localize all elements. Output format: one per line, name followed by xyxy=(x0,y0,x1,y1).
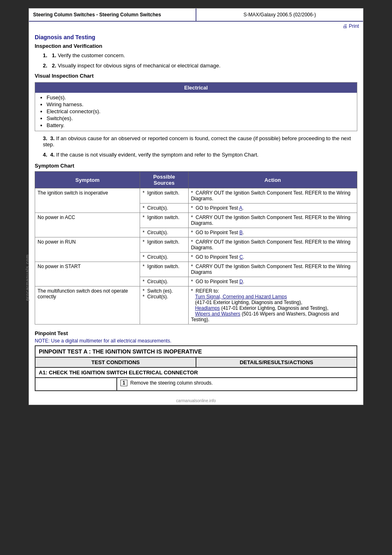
step-4-text: 4. 4. If the cause is not visually evide… xyxy=(43,152,258,158)
symptom-cell-1: The ignition switch is inoperative xyxy=(35,188,140,213)
source-cell-1a: * Ignition switch. xyxy=(140,188,188,204)
elec-item-4: Switch(es). xyxy=(47,115,354,121)
main-content: Diagnosis and Testing Inspection and Ver… xyxy=(29,31,363,397)
table-row: No power in RUN * Ignition switch. * CAR… xyxy=(35,237,357,253)
test-conditions-col: TEST CONDITIONS xyxy=(36,358,196,367)
pinpoint-sub-header: TEST CONDITIONS DETAILS/RESULTS/ACTIONS xyxy=(35,357,357,367)
table-row: No power in ACC * Ignition switch. * CAR… xyxy=(35,213,357,228)
step-1-text: 1. Verify the customer concern. xyxy=(52,52,125,58)
step-2-num: 2. xyxy=(43,63,50,69)
step-2: 2. 2. Visually inspect for obvious signs… xyxy=(35,63,357,69)
action-cell-5: * REFER to: Turn Signal, Cornering and H… xyxy=(188,286,357,324)
page-container: Steering Column Switches - Steering Colu… xyxy=(29,8,363,405)
step-4: 4. 4. If the cause is not visually evide… xyxy=(35,152,357,158)
action-cell-4a: * CARRY OUT the Ignition Switch Componen… xyxy=(188,262,357,277)
source-cell-3a: * Ignition switch. xyxy=(140,237,188,253)
action-cell-1b: * GO to Pinpoint Test A. xyxy=(188,204,357,213)
print-bar: 🖨 Print xyxy=(29,22,363,31)
action-cell-4b: * GO to Pinpoint Test D. xyxy=(188,277,357,286)
step-2-text: 2. Visually inspect for obvious signs of… xyxy=(52,63,220,69)
step-3: 3. 3. If an obvious cause for an observe… xyxy=(35,135,357,148)
table-row: No power in START * Ignition switch. * C… xyxy=(35,262,357,277)
elec-item-3: Electrical connector(s). xyxy=(47,108,354,114)
source-cell-1b: * Circuit(s). xyxy=(140,204,188,213)
elec-item-2: Wiring harness. xyxy=(47,101,354,107)
symptom-chart-title: Symptom Chart xyxy=(35,163,357,169)
elec-item-5: Battery. xyxy=(47,122,354,128)
pinpoint-left-col xyxy=(36,378,117,390)
diagnosis-title: Diagnosis and Testing xyxy=(35,34,357,40)
details-results-col: DETAILS/RESULTS/ACTIONS xyxy=(196,358,356,367)
link-b[interactable]: B xyxy=(239,230,243,235)
sources-col-header: Possible Sources xyxy=(140,172,188,188)
link-headlamps[interactable]: Headlamps xyxy=(195,305,220,311)
source-cell-4a: * Ignition switch. xyxy=(140,262,188,277)
symptom-col-header: Symptom xyxy=(35,172,140,188)
header-left: Steering Column Switches - Steering Colu… xyxy=(29,9,196,21)
link-a[interactable]: A xyxy=(239,205,242,211)
action-cell-1a: * CARRY OUT the Ignition Switch Componen… xyxy=(188,188,357,204)
header-bar: Steering Column Switches - Steering Colu… xyxy=(29,9,363,22)
step-1: 1. 1. Verify the customer concern. xyxy=(35,52,357,58)
source-cell-2a: * Ignition switch. xyxy=(140,213,188,228)
action-cell-3a: * CARRY OUT the Ignition Switch Componen… xyxy=(188,237,357,253)
source-cell-2b: * Circuit(s). xyxy=(140,228,188,237)
elec-item-1: Fuse(s). xyxy=(47,94,354,101)
action-cell-2a: * CARRY OUT the Ignition Switch Componen… xyxy=(188,213,357,228)
print-label: Print xyxy=(349,23,359,29)
inspection-title: Inspection and Verification xyxy=(35,43,357,49)
pinpoint-a1-text: Remove the steering column shrouds. xyxy=(130,380,213,386)
step-list-2: 3. 3. If an obvious cause for an observe… xyxy=(35,135,357,158)
source-cell-3b: * Circuit(s). xyxy=(140,253,188,262)
pinpoint-test-a-header: PINPOINT TEST A : THE IGNITION SWITCH IS… xyxy=(35,345,357,357)
bottom-watermark: carmanualsonline.info xyxy=(29,397,363,405)
symptom-cell-3: No power in RUN xyxy=(35,237,140,262)
table-row: The multifunction switch does not operat… xyxy=(35,286,357,324)
source-cell-5: * Switch (es). * Circuit(s). xyxy=(140,286,188,324)
step-3-text: 3. 3. If an obvious cause for an observe… xyxy=(43,135,357,148)
visual-chart-title: Visual Inspection Chart xyxy=(35,73,357,79)
link-wipers[interactable]: Wipers and Washers xyxy=(195,311,241,317)
action-col-header: Action xyxy=(188,172,357,188)
action-cell-3b: * GO to Pinpoint Test C. xyxy=(188,253,357,262)
symptom-cell-2: No power in ACC xyxy=(35,213,140,237)
side-watermark: procarmanuals.com xyxy=(25,254,30,301)
step-list-1: 1. 1. Verify the customer concern. 2. 2.… xyxy=(35,52,357,69)
visual-inspection-table: Electrical Fuse(s). Wiring harness. Elec… xyxy=(35,82,357,131)
link-c[interactable]: C xyxy=(239,254,243,260)
symptom-cell-4: No power in START xyxy=(35,262,140,286)
header-right: S-MAX/Galaxy 2006.5 (02/2006-) xyxy=(196,9,363,21)
step-badge-1: 1 xyxy=(120,380,127,386)
electrical-items-cell: Fuse(s). Wiring harness. Electrical conn… xyxy=(35,93,357,131)
table-row: The ignition switch is inoperative * Ign… xyxy=(35,188,357,204)
link-turn-signal[interactable]: Turn Signal, Cornering and Hazard Lamps xyxy=(195,294,287,300)
pinpoint-note: NOTE: Use a digital multimeter for all e… xyxy=(35,338,357,344)
link-d[interactable]: D xyxy=(239,279,243,284)
pinpoint-a1-header: A1: CHECK THE IGNITION SWITCH ELECTRICAL… xyxy=(35,367,357,377)
source-cell-4b: * Circuit(s). xyxy=(140,277,188,286)
electrical-list: Fuse(s). Wiring harness. Electrical conn… xyxy=(38,94,354,128)
step-1-num: 1. xyxy=(43,52,50,58)
pinpoint-right-col: 1 Remove the steering column shrouds. xyxy=(117,378,356,390)
pinpoint-title: Pinpoint Test xyxy=(35,330,357,336)
symptom-table: Symptom Possible Sources Action The igni… xyxy=(35,171,357,324)
symptom-cell-5: The multifunction switch does not operat… xyxy=(35,286,140,324)
pinpoint-a1-row: 1 Remove the steering column shrouds. xyxy=(35,377,357,391)
action-cell-2b: * GO to Pinpoint Test B. xyxy=(188,228,357,237)
printer-icon: 🖨 xyxy=(343,23,347,29)
print-link[interactable]: 🖨 Print xyxy=(343,23,359,29)
electrical-header: Electrical xyxy=(35,83,357,93)
